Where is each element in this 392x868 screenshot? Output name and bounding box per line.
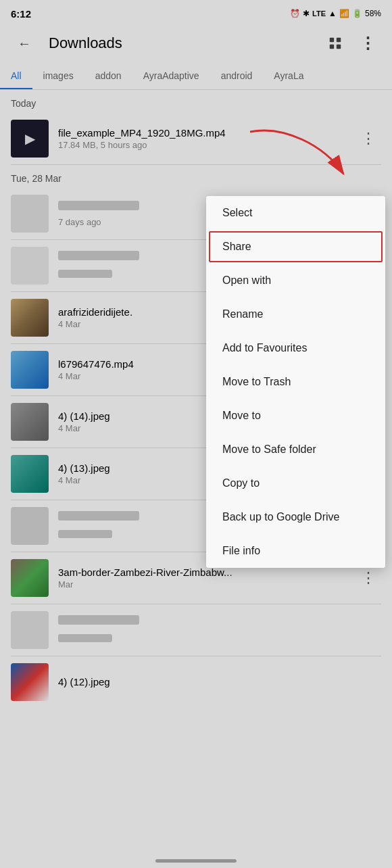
menu-item-file-info[interactable]: File info (206, 534, 385, 568)
context-menu: Select Share Open with Rename Add to Fav… (206, 196, 385, 568)
menu-item-add-favourites[interactable]: Add to Favourites (206, 331, 385, 365)
menu-item-select[interactable]: Select (206, 196, 385, 230)
menu-item-copy-to[interactable]: Copy to (206, 466, 385, 500)
menu-item-move-to[interactable]: Move to (206, 399, 385, 433)
menu-item-open-with[interactable]: Open with (206, 264, 385, 297)
menu-item-rename[interactable]: Rename (206, 297, 385, 331)
menu-item-move-safe[interactable]: Move to Safe folder (206, 433, 385, 466)
menu-item-move-trash[interactable]: Move to Trash (206, 365, 385, 399)
menu-item-backup-drive[interactable]: Back up to Google Drive (206, 500, 385, 534)
menu-item-share[interactable]: Share (206, 230, 385, 264)
